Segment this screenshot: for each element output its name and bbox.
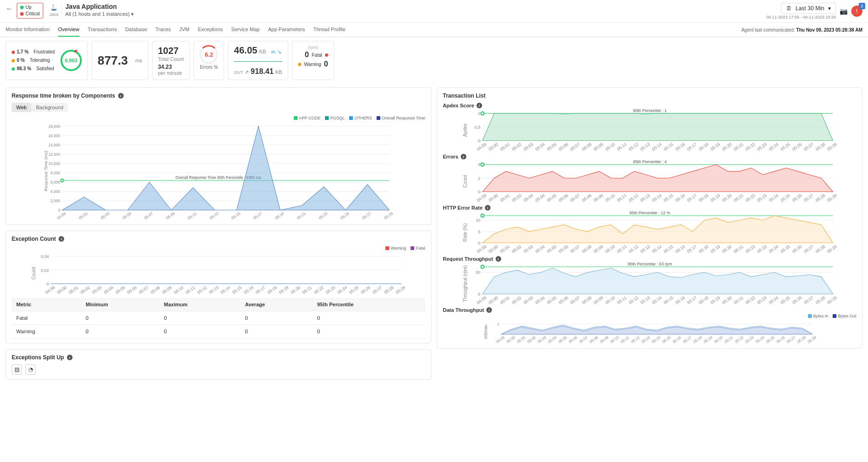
svg-text:05:10: 05:10: [604, 244, 616, 253]
svg-text:95th Percentile : 4: 95th Percentile : 4: [633, 160, 667, 164]
svg-text:50: 50: [476, 270, 480, 275]
svg-text:Response Time (ms): Response Time (ms): [43, 151, 48, 191]
tab-service-map[interactable]: Service Map: [231, 23, 259, 37]
svg-text:05:29: 05:29: [826, 295, 837, 304]
svg-text:05:14: 05:14: [651, 142, 662, 151]
svg-text:05:00: 05:00: [56, 285, 67, 294]
svg-text:05:26: 05:26: [791, 244, 802, 253]
svg-text:05:03: 05:03: [537, 335, 547, 343]
svg-text:05:24: 05:24: [755, 335, 765, 343]
view-bar-icon[interactable]: ▤: [12, 364, 22, 375]
view-pie-icon[interactable]: ◔: [26, 364, 36, 375]
svg-text:05:25: 05:25: [780, 295, 791, 304]
svg-text:Count: Count: [31, 267, 36, 279]
svg-text:10: 10: [476, 218, 480, 223]
tab-overview[interactable]: Overview: [58, 23, 80, 37]
svg-text:05:25: 05:25: [780, 244, 791, 253]
svg-text:05:02: 05:02: [511, 244, 522, 253]
svg-text:05:13: 05:13: [641, 335, 651, 343]
tab-app-parameters[interactable]: App Parameters: [268, 23, 305, 37]
svg-text:05:20: 05:20: [713, 335, 723, 343]
tab-traces[interactable]: Traces: [155, 23, 171, 37]
svg-text:05:09: 05:09: [161, 285, 172, 294]
svg-text:05:03: 05:03: [523, 193, 534, 202]
info-icon[interactable]: i: [67, 355, 73, 360]
kpi-row: 1.7 % Frustrated 0 % Tolerating 98.3 % S…: [0, 37, 868, 84]
kpi-response-time: 877.3ms: [92, 41, 148, 80]
chart-request-throughput[interactable]: 05095th Percentile : 63 rpm04:5905:0005:…: [443, 263, 857, 304]
tab-exceptions[interactable]: Exceptions: [198, 23, 223, 37]
chevron-down-icon: ▾: [828, 5, 831, 12]
svg-text:05:05: 05:05: [546, 193, 557, 202]
svg-text:05:04: 05:04: [534, 142, 545, 151]
svg-text:05:22: 05:22: [744, 193, 755, 202]
svg-text:05:08: 05:08: [581, 244, 592, 253]
svg-text:10,000: 10,000: [48, 161, 60, 166]
svg-text:05:14: 05:14: [220, 285, 231, 294]
svg-text:05:05: 05:05: [546, 244, 557, 253]
info-icon[interactable]: i: [486, 307, 492, 313]
panel-exceptions-split: Exceptions Split Upi ▤ ◔: [6, 349, 431, 380]
svg-text:05:14: 05:14: [651, 295, 662, 304]
status-box: Up Critical: [17, 3, 43, 19]
svg-text:95th Percentile : 63 rpm: 95th Percentile : 63 rpm: [627, 263, 672, 266]
svg-text:05:21: 05:21: [302, 285, 313, 294]
chart-http-error[interactable]: 051095th Percentile : 12 %04:5905:0005:0…: [443, 211, 857, 253]
svg-text:05:15: 05:15: [663, 295, 674, 304]
svg-text:05:09: 05:09: [593, 142, 604, 151]
svg-text:05:21: 05:21: [723, 335, 734, 343]
info-icon[interactable]: i: [461, 154, 466, 159]
svg-text:05:08: 05:08: [589, 335, 599, 343]
tab-jvm[interactable]: JVM: [179, 23, 189, 37]
svg-text:05:12: 05:12: [197, 285, 208, 294]
subtab-background[interactable]: Background: [31, 103, 68, 112]
svg-text:05:27: 05:27: [803, 295, 814, 304]
svg-text:05:02: 05:02: [526, 335, 537, 343]
info-icon[interactable]: i: [496, 256, 501, 262]
time-picker[interactable]: 🗓 Last 30 Min ▾: [781, 3, 836, 14]
svg-text:05:23: 05:23: [744, 335, 755, 343]
user-avatar[interactable]: ! 2: [851, 6, 862, 17]
chart-errors[interactable]: 02495th Percentile : 404:5905:0005:0105:…: [443, 160, 857, 202]
chart-data-throughput[interactable]: 204:5905:0005:0105:0205:0305:0405:0505:0…: [443, 320, 857, 343]
tab-monitor-information[interactable]: Monitor Information: [6, 23, 50, 37]
chart-apdex[interactable]: 00.5195th Percentile : 104:5905:0005:010…: [443, 109, 857, 151]
svg-text:0.04: 0.04: [41, 254, 49, 259]
tab-thread-profile[interactable]: Thread Profile: [313, 23, 345, 37]
svg-text:05:25: 05:25: [780, 142, 791, 151]
svg-text:05:18: 05:18: [698, 142, 709, 151]
svg-text:05:25: 05:25: [765, 335, 775, 343]
svg-text:05:03: 05:03: [523, 142, 534, 151]
svg-text:05:16: 05:16: [672, 335, 682, 343]
svg-point-85: [481, 112, 484, 115]
svg-text:05:27: 05:27: [803, 193, 814, 202]
info-icon[interactable]: i: [59, 236, 64, 242]
svg-text:05:01: 05:01: [499, 142, 510, 151]
svg-text:18,000: 18,000: [48, 124, 60, 129]
calendar-icon: 🗓: [786, 5, 792, 12]
svg-point-206: [481, 265, 484, 269]
svg-text:05:09: 05:09: [593, 295, 604, 304]
svg-text:05:02: 05:02: [511, 193, 522, 202]
snapshot-button[interactable]: 📷: [840, 7, 848, 15]
tab-transactions[interactable]: Transactions: [88, 23, 117, 37]
back-button[interactable]: ←: [6, 3, 13, 13]
status-critical-label: Critical: [26, 11, 40, 17]
svg-text:05:15: 05:15: [232, 285, 243, 294]
chart-exception-count[interactable]: 00.020.0404:5905:0005:0105:0205:0305:040…: [12, 252, 425, 294]
svg-text:05:16: 05:16: [675, 142, 686, 151]
svg-text:05:08: 05:08: [581, 193, 592, 202]
subtab-web[interactable]: Web: [12, 103, 31, 112]
svg-text:05:24: 05:24: [768, 142, 779, 151]
svg-text:05:26: 05:26: [791, 193, 802, 202]
tab-database[interactable]: Database: [125, 23, 147, 37]
svg-text:05:17: 05:17: [686, 193, 697, 202]
host-dropdown[interactable]: All (1 hosts and 1 instances) ▾: [66, 11, 134, 17]
info-icon[interactable]: i: [118, 93, 124, 99]
svg-text:05:19: 05:19: [709, 244, 721, 253]
svg-text:05:10: 05:10: [604, 142, 616, 151]
info-icon[interactable]: i: [485, 205, 490, 211]
svg-text:05:15: 05:15: [663, 244, 674, 253]
chart-response-time[interactable]: 02,0004,0006,0008,00010,00012,00014,0001…: [12, 122, 425, 220]
info-icon[interactable]: i: [477, 103, 482, 108]
